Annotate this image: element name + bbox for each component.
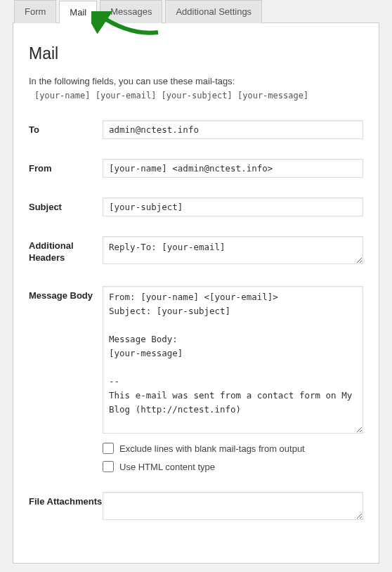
additional-headers-input[interactable] xyxy=(103,236,363,264)
message-body-input[interactable] xyxy=(103,286,363,434)
label-additional-headers: Additional Headers xyxy=(29,236,103,264)
label-file-attachments: File Attachments xyxy=(29,492,103,508)
subject-input[interactable] xyxy=(103,197,363,216)
label-subject: Subject xyxy=(29,197,103,214)
to-input[interactable] xyxy=(103,120,363,139)
mailtags-list: [your-name] [your-email] [your-subject] … xyxy=(34,91,363,100)
use-html-checkbox[interactable] xyxy=(103,461,114,472)
label-from: From xyxy=(29,159,103,175)
tab-additional-settings[interactable]: Additional Settings xyxy=(165,0,262,23)
tab-form[interactable]: Form xyxy=(14,0,56,23)
section-title: Mail xyxy=(29,44,363,63)
label-message-body: Message Body xyxy=(29,286,103,302)
tabs-bar: Form Mail Messages Additional Settings xyxy=(0,0,392,23)
use-html-label: Use HTML content type xyxy=(119,462,215,472)
exclude-blank-checkbox[interactable] xyxy=(103,443,114,454)
tab-messages[interactable]: Messages xyxy=(100,0,162,23)
from-input[interactable] xyxy=(103,159,363,178)
exclude-blank-label: Exclude lines with blank mail-tags from … xyxy=(119,443,305,454)
mailtags-desc: In the following fields, you can use the… xyxy=(29,76,363,86)
file-attachments-input[interactable] xyxy=(103,492,363,520)
mail-panel: Mail In the following fields, you can us… xyxy=(13,22,379,564)
label-to: To xyxy=(29,120,103,136)
tab-mail[interactable]: Mail xyxy=(59,1,97,24)
